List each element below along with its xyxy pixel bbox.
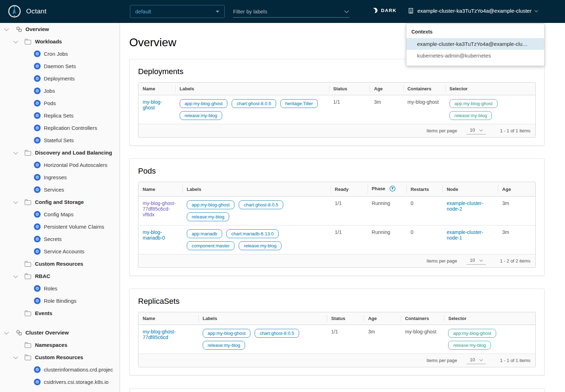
sidebar-item-replica-sets[interactable]: Replica Sets: [0, 109, 120, 122]
resource-link[interactable]: example-cluster-node-1: [447, 229, 483, 241]
label-badge[interactable]: release:my-blog: [187, 212, 230, 221]
sidebar-item-custom-resources[interactable]: Custom Resources: [0, 258, 120, 270]
cell-labels: app:my-blog-ghostchart:ghost-8.0.5releas…: [198, 325, 327, 354]
resource-link[interactable]: example-cluster-node-2: [447, 200, 483, 212]
selector-badge[interactable]: release:my-blog: [448, 341, 491, 350]
sidebar-item-cluster-overview[interactable]: Cluster Overview: [0, 326, 120, 339]
sidebar-item-deployments[interactable]: Deployments: [0, 72, 120, 85]
page-size-select[interactable]: 10: [466, 357, 486, 364]
column-header-selector[interactable]: Selector: [445, 83, 535, 95]
column-header-ready[interactable]: Ready: [331, 182, 368, 197]
column-header-labels[interactable]: Labels: [198, 312, 327, 325]
card-title: Deployments: [138, 67, 536, 76]
column-header-labels[interactable]: Labels: [183, 182, 331, 197]
chevron-down-icon[interactable]: [4, 26, 9, 31]
sidebar-item-label: Persistent Volume Claims: [44, 224, 104, 230]
column-header-name[interactable]: Name: [138, 182, 183, 197]
column-header-age[interactable]: Age: [498, 182, 535, 197]
sidebar-item-role-bindings[interactable]: Role Bindings: [0, 295, 120, 307]
sidebar-item-services[interactable]: Services: [0, 183, 120, 196]
chevron-down-icon[interactable]: [13, 150, 18, 155]
sidebar-item-csidrivers-csi-storage-k8s-io[interactable]: csidrivers.csi.storage.k8s.io: [0, 376, 120, 388]
theme-toggle-button[interactable]: DARK: [370, 7, 399, 13]
sidebar-item-overview[interactable]: Overview: [0, 23, 120, 35]
column-header-label: Status: [331, 316, 345, 321]
column-header-status[interactable]: Status: [327, 312, 364, 325]
column-header-containers[interactable]: Containers: [401, 312, 444, 325]
column-header-age[interactable]: Age: [370, 83, 403, 95]
chevron-down-icon[interactable]: [13, 355, 18, 359]
namespace-selector[interactable]: default: [130, 5, 225, 18]
resource-link[interactable]: my-blog-mariadb-0: [143, 229, 165, 241]
column-header-name[interactable]: Name: [138, 312, 198, 325]
sidebar-item-rbac[interactable]: RBAC: [0, 270, 120, 282]
column-header-labels[interactable]: Labels: [176, 83, 329, 95]
label-badge[interactable]: release:my-blog: [203, 341, 245, 350]
label-badge[interactable]: app:my-blog-ghost: [187, 200, 235, 209]
sidebar-item-discovery-and-load-balancing[interactable]: Discovery and Load Balancing: [0, 146, 120, 159]
label-badge[interactable]: release:my-blog: [180, 111, 222, 120]
sidebar-item-secrets[interactable]: Secrets: [0, 233, 120, 245]
column-header-label: Node: [447, 187, 458, 192]
selector-badge[interactable]: app:my-blog-ghost: [448, 329, 496, 338]
chevron-down-icon[interactable]: [13, 273, 18, 278]
column-header-selector[interactable]: Selector: [444, 312, 535, 325]
sidebar-item-cron-jobs[interactable]: Cron Jobs: [0, 48, 120, 60]
label-badge[interactable]: release:my-blog: [239, 241, 281, 250]
selector-badge[interactable]: release:my-blog: [450, 111, 492, 120]
chevron-down-icon[interactable]: [344, 8, 349, 13]
resource-link[interactable]: my-blog-ghost: [143, 99, 162, 110]
sidebar-item-replication-controllers[interactable]: Replication Controllers: [0, 122, 120, 134]
label-badge[interactable]: component:master: [187, 241, 235, 250]
sidebar-item-pods[interactable]: Pods: [0, 97, 120, 109]
label-badge[interactable]: chart:mariadb-6.13.0: [226, 229, 279, 238]
resource-link[interactable]: my-blog-ghost-77df85c6cd: [143, 329, 176, 340]
label-badge[interactable]: app:my-blog-ghost: [180, 99, 228, 108]
page-size-select[interactable]: 10: [466, 127, 486, 134]
context-option[interactable]: example-cluster-ka3TuTzYo4a@example-clu…: [406, 38, 544, 50]
label-badge[interactable]: app:my-blog-ghost: [203, 329, 251, 338]
sidebar-item-events[interactable]: Events: [0, 307, 120, 319]
sidebar-item-jobs[interactable]: Jobs: [0, 85, 120, 97]
sidebar-item-clusterinformations-crd-projec[interactable]: clusterinformations.crd.projec: [0, 363, 120, 376]
sidebar-item-config-maps[interactable]: Config Maps: [0, 208, 120, 221]
sidebar-item-daemon-sets[interactable]: Daemon Sets: [0, 60, 120, 72]
context-option[interactable]: kubernetes-admin@kubernetes: [406, 50, 544, 61]
pagination-range: 1 - 2 of 2 items: [500, 258, 530, 264]
sidebar-item-persistent-volume-claims[interactable]: Persistent Volume Claims: [0, 221, 120, 233]
chevron-down-icon[interactable]: [4, 330, 9, 334]
sidebar-item-custom-resources[interactable]: Custom Resources: [0, 351, 120, 363]
chevron-down-icon[interactable]: [13, 39, 18, 43]
column-header-containers[interactable]: Containers: [403, 83, 445, 95]
sidebar-item-config-and-storage[interactable]: Config and Storage: [0, 196, 120, 208]
label-badge[interactable]: chart:ghost-8.0.5: [239, 200, 283, 209]
column-header-restarts[interactable]: Restarts: [406, 182, 442, 197]
sidebar-item-workloads[interactable]: Workloads: [0, 35, 120, 48]
column-header-phase[interactable]: Phase: [368, 182, 406, 197]
sidebar-item-namespaces[interactable]: Namespaces: [0, 339, 120, 351]
resource-link[interactable]: my-blog-ghost-77df85c6cd-vf6dx: [143, 200, 176, 217]
column-header-status[interactable]: Status: [329, 83, 370, 95]
column-header-label: Phase: [372, 186, 385, 191]
column-header-name[interactable]: Name: [138, 83, 176, 95]
selector-badge[interactable]: app:my-blog-ghost: [450, 99, 498, 108]
chevron-down-icon[interactable]: [13, 199, 18, 204]
card-next: [129, 388, 545, 392]
label-badge[interactable]: chart:ghost-8.0.5: [255, 329, 299, 338]
cell-value: 1/1: [331, 329, 338, 334]
sidebar-item-roles[interactable]: Roles: [0, 282, 120, 295]
column-header-age[interactable]: Age: [364, 312, 401, 325]
filter-icon[interactable]: [389, 186, 396, 193]
label-badge[interactable]: app:mariadb: [187, 229, 222, 238]
folder-icon: [25, 151, 31, 156]
label-badge[interactable]: heritage:Tiller: [280, 99, 318, 108]
sidebar-item-horizontal-pod-autoscalers[interactable]: Horizontal Pod Autoscalers: [0, 159, 120, 171]
sidebar-item-stateful-sets[interactable]: Stateful Sets: [0, 134, 120, 146]
label-badge[interactable]: chart:ghost-8.0.5: [232, 99, 276, 108]
label-filter-input[interactable]: Filter by labels: [233, 5, 350, 18]
context-selector[interactable]: example-cluster-ka3TuTzYo4a@example-clus…: [408, 8, 537, 14]
column-header-node[interactable]: Node: [442, 182, 498, 197]
page-size-select[interactable]: 10: [466, 257, 486, 265]
sidebar-item-service-accounts[interactable]: Service Accounts: [0, 245, 120, 258]
sidebar-item-ingresses[interactable]: Ingresses: [0, 171, 120, 183]
